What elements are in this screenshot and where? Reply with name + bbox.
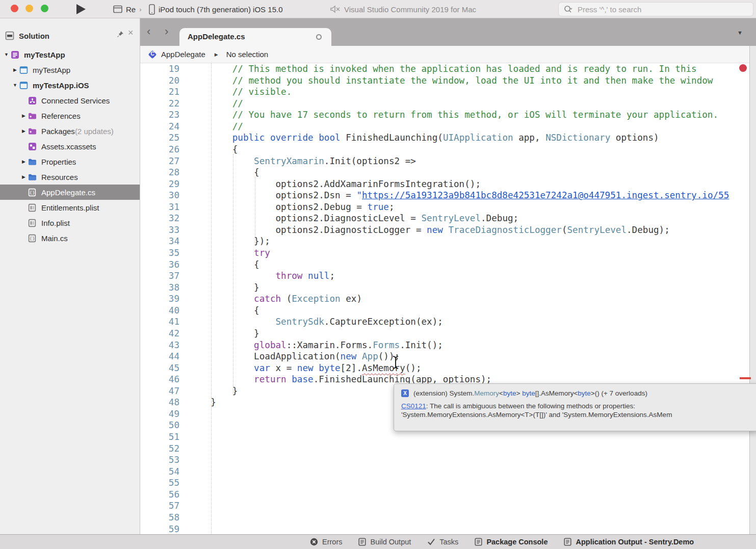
editor-scrollbar[interactable] [749,46,756,534]
code-line-29[interactable]: 29 options2.AddXamarinFormsIntegration()… [140,178,756,190]
line-number: 21 [140,86,184,98]
code-line-55[interactable]: 55 [140,477,756,489]
check-icon [427,538,435,545]
code-line-24[interactable]: 24 // [140,121,756,133]
code-line-51[interactable]: 51 [140,431,756,443]
run-button[interactable] [76,4,86,14]
code-text: SentryXamarin.Init(options2 => [184,155,416,167]
line-number: 33 [140,224,184,236]
code-line-37[interactable]: 37 throw null; [140,270,756,282]
chevron-expanded-icon[interactable]: ▼ [11,83,19,88]
sidebar-item-mytestapp[interactable]: ▼myTestApp [0,47,140,62]
sidebar-item-main-cs[interactable]: {}Main.cs [0,230,140,246]
code-line-31[interactable]: 31 options2.Debug = true; [140,201,756,213]
code-line-57[interactable]: 57 [140,500,756,512]
code-line-40[interactable]: 40 { [140,305,756,317]
code-line-41[interactable]: 41 SentrySdk.CaptureException(ex); [140,316,756,328]
statusbar-application-output-sentry-demo[interactable]: Application Output - Sentry.Demo [564,538,694,546]
line-number: 54 [140,466,184,478]
sidebar-item-packages[interactable]: ▶Packages (2 updates) [0,123,140,139]
code-line-42[interactable]: 42 } [140,328,756,339]
code-line-45[interactable]: 45 var x = new byte[2].AsMemory(); [140,362,756,374]
code-line-43[interactable]: 43 global::Xamarin.Forms.Forms.Init(); [140,339,756,351]
tab-modified-icon[interactable] [316,34,322,40]
sidebar-item-references[interactable]: ▶References [0,108,140,123]
statusbar-tasks[interactable]: Tasks [427,538,458,546]
line-number: 57 [140,500,184,512]
code-line-22[interactable]: 22 // [140,98,756,110]
maximize-window-button[interactable] [41,5,48,12]
code-line-21[interactable]: 21 // visible. [140,86,756,98]
code-line-53[interactable]: 53 [140,454,756,466]
sidebar-item-connected-services[interactable]: Connected Services [0,93,140,108]
code-line-56[interactable]: 56 [140,489,756,501]
code-line-25[interactable]: 25 public override bool FinishedLaunchin… [140,132,756,144]
code-line-23[interactable]: 23 // You have 17 seconds to return from… [140,109,756,121]
code-line-28[interactable]: 28 { [140,167,756,178]
device-selector[interactable]: iPod touch (7th generation) iOS 15.0 [149,0,283,18]
code-line-32[interactable]: 32 options2.DiagnosticLevel = SentryLeve… [140,213,756,224]
search-input[interactable]: Press '^,' to search [558,2,753,16]
close-window-button[interactable] [11,5,18,12]
code-line-20[interactable]: 20 // method you should instantiate the … [140,75,756,87]
sidebar-item-properties[interactable]: ▶Properties [0,154,140,169]
sidebar-item-resources[interactable]: ▶Resources [0,169,140,185]
folder-purple-icon [28,127,41,135]
minimize-window-button[interactable] [25,5,33,12]
statusbar-errors[interactable]: Errors [310,538,342,546]
chevron-collapsed-icon[interactable]: ▶ [19,159,28,164]
code-line-54[interactable]: 54 [140,466,756,478]
code-line-52[interactable]: 52 [140,443,756,455]
sidebar-item-label: References [41,112,81,120]
code-line-44[interactable]: 44 LoadApplication(new App()); [140,351,756,362]
tooltip-error-line: CS0121: The call is ambiguous between th… [401,402,756,410]
code-line-35[interactable]: 35 try [140,247,756,259]
code-text [184,524,189,535]
breadcrumb-selection[interactable]: No selection [226,50,269,59]
sidebar-item-mytestapp[interactable]: ▶myTestApp [0,62,140,77]
close-pad-icon[interactable]: × [128,28,134,37]
error-code-link[interactable]: CS0121 [401,402,426,410]
code-text [184,431,189,443]
project-icon [19,66,33,74]
code-line-19[interactable]: 19 // This method is invoked when the ap… [140,63,756,75]
code-line-27[interactable]: 27 SentryXamarin.Init(options2 => [140,155,756,167]
code-line-59[interactable]: 59 [140,524,756,535]
code-text: { [184,305,259,317]
tab-list-dropdown-icon[interactable]: ▼ [737,30,743,36]
chevron-collapsed-icon[interactable]: ▶ [19,113,28,118]
code-text: options2.AddXamarinFormsIntegration(); [184,178,481,190]
chevron-expanded-icon[interactable]: ▼ [2,52,11,57]
sidebar-item-info-plist[interactable]: Info.plist [0,215,140,230]
sidebar-item-mytestapp-ios[interactable]: ▼myTestApp.iOS [0,77,140,93]
code-line-39[interactable]: 39 catch (Exception ex) [140,293,756,305]
breadcrumb-class[interactable]: AppDelegate [161,50,205,59]
line-number: 27 [140,155,184,167]
code-line-58[interactable]: 58 [140,512,756,524]
pin-icon[interactable] [117,31,124,38]
chevron-collapsed-icon[interactable]: ▶ [19,174,28,179]
statusbar-build-output[interactable]: Build Output [358,538,411,546]
sidebar-item-appdelegate-cs[interactable]: {}AppDelegate.cs [0,185,140,200]
sidebar-item-entitlements-plist[interactable]: Entitlements.plist [0,200,140,215]
chevron-collapsed-icon[interactable]: ▶ [19,128,28,134]
navigate-forward-icon[interactable]: › [165,25,168,38]
chevron-collapsed-icon[interactable]: ▶ [11,67,19,72]
code-text: } [184,397,216,408]
navigate-back-icon[interactable]: ‹ [147,25,150,38]
error-icon [310,538,318,546]
build-config-selector[interactable]: Re › [113,0,142,18]
code-line-34[interactable]: 34 }); [140,236,756,247]
code-line-36[interactable]: 36 { [140,259,756,271]
code-line-26[interactable]: 26 { [140,144,756,155]
statusbar-package-console[interactable]: Package Console [475,538,548,546]
code-editor[interactable]: 19 // This method is invoked when the ap… [140,63,756,534]
code-text: options2.Dsn = "https://5a193123a9b841bc… [184,190,729,201]
code-line-33[interactable]: 33 options2.DiagnosticLogger = new Trace… [140,224,756,236]
code-line-38[interactable]: 38 } [140,282,756,294]
code-line-30[interactable]: 30 options2.Dsn = "https://5a193123a9b84… [140,190,756,201]
code-text [184,420,189,431]
code-text: // [184,121,243,133]
tab-appdelegate[interactable]: AppDelegate.cs [179,28,331,46]
sidebar-item-assets-xcassets[interactable]: Assets.xcassets [0,139,140,154]
